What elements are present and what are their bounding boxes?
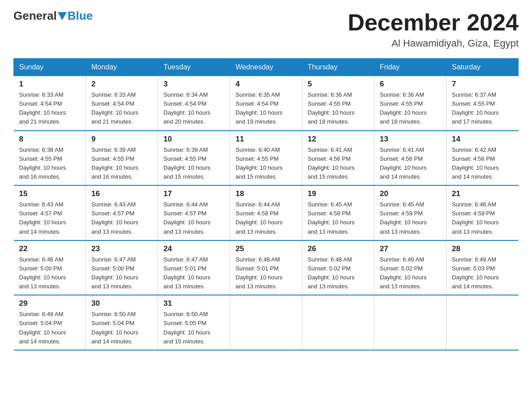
day-number: 1 <box>19 80 81 89</box>
day-number: 17 <box>163 189 224 198</box>
day-info: Sunrise: 6:49 AM Sunset: 5:02 PM Dayligh… <box>380 255 441 291</box>
day-number: 27 <box>380 244 441 253</box>
day-number: 3 <box>163 80 224 89</box>
day-number: 11 <box>236 135 296 144</box>
calendar-cell: 22Sunrise: 6:46 AM Sunset: 5:00 PM Dayli… <box>14 240 86 295</box>
day-number: 13 <box>380 135 441 144</box>
header-sunday: Sunday <box>14 59 86 76</box>
calendar-cell: 31Sunrise: 6:50 AM Sunset: 5:05 PM Dayli… <box>158 295 230 350</box>
calendar-cell: 11Sunrise: 6:40 AM Sunset: 4:55 PM Dayli… <box>230 131 302 186</box>
day-number: 6 <box>380 80 441 89</box>
day-number: 23 <box>91 244 152 253</box>
day-number: 19 <box>308 189 369 198</box>
day-number: 7 <box>452 80 513 89</box>
title-area: December 2024 Al Hawamidiyah, Giza, Egyp… <box>348 9 519 49</box>
logo-general-text: General <box>13 9 57 23</box>
day-info: Sunrise: 6:48 AM Sunset: 5:02 PM Dayligh… <box>308 255 369 291</box>
day-info: Sunrise: 6:34 AM Sunset: 4:54 PM Dayligh… <box>163 90 224 127</box>
day-info: Sunrise: 6:44 AM Sunset: 4:58 PM Dayligh… <box>236 200 296 236</box>
calendar-cell <box>446 295 519 350</box>
calendar-cell: 18Sunrise: 6:44 AM Sunset: 4:58 PM Dayli… <box>230 185 302 240</box>
day-number: 18 <box>236 189 296 198</box>
calendar-cell <box>374 295 446 350</box>
day-number: 4 <box>236 80 296 89</box>
day-info: Sunrise: 6:47 AM Sunset: 5:00 PM Dayligh… <box>91 255 152 291</box>
day-info: Sunrise: 6:50 AM Sunset: 5:04 PM Dayligh… <box>91 310 152 346</box>
header-friday: Friday <box>374 59 446 76</box>
day-info: Sunrise: 6:43 AM Sunset: 4:57 PM Dayligh… <box>19 200 81 236</box>
week-row-3: 15Sunrise: 6:43 AM Sunset: 4:57 PM Dayli… <box>14 185 519 240</box>
calendar-cell: 10Sunrise: 6:39 AM Sunset: 4:55 PM Dayli… <box>158 131 230 186</box>
day-info: Sunrise: 6:44 AM Sunset: 4:57 PM Dayligh… <box>163 200 224 236</box>
day-info: Sunrise: 6:36 AM Sunset: 4:55 PM Dayligh… <box>380 90 441 127</box>
location-label: Al Hawamidiyah, Giza, Egypt <box>348 38 519 49</box>
day-info: Sunrise: 6:41 AM Sunset: 4:56 PM Dayligh… <box>380 146 441 182</box>
day-info: Sunrise: 6:49 AM Sunset: 5:04 PM Dayligh… <box>19 310 81 346</box>
day-number: 24 <box>163 244 224 253</box>
day-info: Sunrise: 6:45 AM Sunset: 4:59 PM Dayligh… <box>380 200 441 236</box>
day-info: Sunrise: 6:46 AM Sunset: 4:59 PM Dayligh… <box>452 200 513 236</box>
calendar-cell: 9Sunrise: 6:39 AM Sunset: 4:55 PM Daylig… <box>86 131 158 186</box>
calendar-cell: 15Sunrise: 6:43 AM Sunset: 4:57 PM Dayli… <box>14 185 86 240</box>
calendar-cell: 29Sunrise: 6:49 AM Sunset: 5:04 PM Dayli… <box>14 295 86 350</box>
calendar-cell: 19Sunrise: 6:45 AM Sunset: 4:58 PM Dayli… <box>302 185 374 240</box>
day-info: Sunrise: 6:49 AM Sunset: 5:03 PM Dayligh… <box>452 255 513 291</box>
month-title: December 2024 <box>348 9 519 36</box>
day-info: Sunrise: 6:33 AM Sunset: 4:54 PM Dayligh… <box>19 90 81 127</box>
calendar-cell: 16Sunrise: 6:43 AM Sunset: 4:57 PM Dayli… <box>86 185 158 240</box>
header-monday: Monday <box>86 59 158 76</box>
day-number: 21 <box>452 189 513 198</box>
day-number: 15 <box>19 189 81 198</box>
day-number: 30 <box>91 299 152 308</box>
calendar-cell: 4Sunrise: 6:35 AM Sunset: 4:54 PM Daylig… <box>230 76 302 131</box>
day-number: 16 <box>91 189 152 198</box>
day-info: Sunrise: 6:39 AM Sunset: 4:55 PM Dayligh… <box>91 146 152 182</box>
day-number: 12 <box>308 135 369 144</box>
logo: General Blue <box>13 9 93 23</box>
header-wednesday: Wednesday <box>230 59 302 76</box>
logo-triangle-icon <box>58 12 67 20</box>
header-thursday: Thursday <box>302 59 374 76</box>
calendar-cell: 12Sunrise: 6:41 AM Sunset: 4:56 PM Dayli… <box>302 131 374 186</box>
day-info: Sunrise: 6:33 AM Sunset: 4:54 PM Dayligh… <box>91 90 152 127</box>
day-info: Sunrise: 6:42 AM Sunset: 4:56 PM Dayligh… <box>452 146 513 182</box>
day-number: 5 <box>308 80 369 89</box>
calendar-table: SundayMondayTuesdayWednesdayThursdayFrid… <box>13 58 519 351</box>
day-info: Sunrise: 6:38 AM Sunset: 4:55 PM Dayligh… <box>19 146 81 182</box>
header-saturday: Saturday <box>446 59 519 76</box>
day-number: 14 <box>452 135 513 144</box>
day-number: 10 <box>163 135 224 144</box>
calendar-cell: 21Sunrise: 6:46 AM Sunset: 4:59 PM Dayli… <box>446 185 519 240</box>
day-info: Sunrise: 6:40 AM Sunset: 4:55 PM Dayligh… <box>236 146 296 182</box>
calendar-cell: 20Sunrise: 6:45 AM Sunset: 4:59 PM Dayli… <box>374 185 446 240</box>
calendar-cell: 13Sunrise: 6:41 AM Sunset: 4:56 PM Dayli… <box>374 131 446 186</box>
day-info: Sunrise: 6:43 AM Sunset: 4:57 PM Dayligh… <box>91 200 152 236</box>
day-info: Sunrise: 6:46 AM Sunset: 5:00 PM Dayligh… <box>19 255 81 291</box>
day-info: Sunrise: 6:35 AM Sunset: 4:54 PM Dayligh… <box>236 90 296 127</box>
calendar-cell: 25Sunrise: 6:48 AM Sunset: 5:01 PM Dayli… <box>230 240 302 295</box>
day-info: Sunrise: 6:37 AM Sunset: 4:55 PM Dayligh… <box>452 90 513 127</box>
day-info: Sunrise: 6:47 AM Sunset: 5:01 PM Dayligh… <box>163 255 224 291</box>
calendar-cell <box>230 295 302 350</box>
page-header: General Blue December 2024 Al Hawamidiya… <box>13 9 519 49</box>
calendar-cell: 30Sunrise: 6:50 AM Sunset: 5:04 PM Dayli… <box>86 295 158 350</box>
day-number: 20 <box>380 189 441 198</box>
day-number: 26 <box>308 244 369 253</box>
day-info: Sunrise: 6:41 AM Sunset: 4:56 PM Dayligh… <box>308 146 369 182</box>
calendar-cell: 27Sunrise: 6:49 AM Sunset: 5:02 PM Dayli… <box>374 240 446 295</box>
calendar-cell: 7Sunrise: 6:37 AM Sunset: 4:55 PM Daylig… <box>446 76 519 131</box>
week-row-2: 8Sunrise: 6:38 AM Sunset: 4:55 PM Daylig… <box>14 131 519 186</box>
calendar-cell: 1Sunrise: 6:33 AM Sunset: 4:54 PM Daylig… <box>14 76 86 131</box>
calendar-cell: 6Sunrise: 6:36 AM Sunset: 4:55 PM Daylig… <box>374 76 446 131</box>
day-number: 22 <box>19 244 81 253</box>
day-number: 9 <box>91 135 152 144</box>
day-number: 8 <box>19 135 81 144</box>
calendar-header-row: SundayMondayTuesdayWednesdayThursdayFrid… <box>14 59 519 76</box>
calendar-cell: 14Sunrise: 6:42 AM Sunset: 4:56 PM Dayli… <box>446 131 519 186</box>
day-info: Sunrise: 6:36 AM Sunset: 4:55 PM Dayligh… <box>308 90 369 127</box>
week-row-5: 29Sunrise: 6:49 AM Sunset: 5:04 PM Dayli… <box>14 295 519 350</box>
day-number: 28 <box>452 244 513 253</box>
calendar-cell: 26Sunrise: 6:48 AM Sunset: 5:02 PM Dayli… <box>302 240 374 295</box>
logo-blue-text: Blue <box>68 9 93 23</box>
day-info: Sunrise: 6:50 AM Sunset: 5:05 PM Dayligh… <box>163 310 224 346</box>
